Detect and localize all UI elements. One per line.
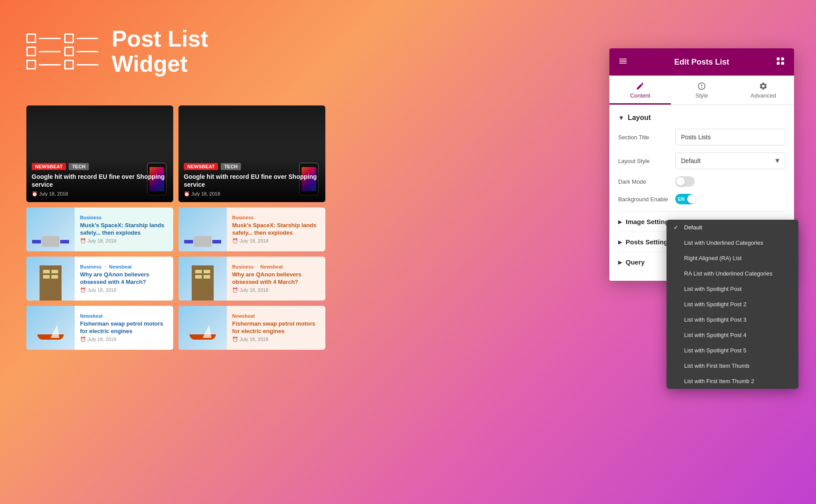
thumb-5 [26,306,75,350]
page-title: Post List Widget [112,26,208,76]
section-title-input[interactable] [675,129,785,145]
dark-mode-toggle[interactable] [675,176,695,187]
list-title-2: Musk's SpaceX: Starship lands safely... … [232,222,320,237]
thumb-4 [178,257,227,301]
thumb-6 [178,306,227,350]
edit-panel: Edit Posts List Content Style Advanced ▼… [609,48,794,281]
logo-line-4 [76,51,98,52]
toggle-en-label: EN [675,194,686,204]
section-title-label: Section Title [618,134,675,141]
dropdown-item-first-thumb2[interactable]: List with First Item Thumb 2 [667,373,798,389]
background-enable-field-row: Background Enable EN [618,194,785,204]
list-card-4: Business · Newsbeat Why are QAnon believ… [178,257,325,301]
cat-label-4: Business · Newsbeat [232,264,320,269]
dropdown-item-underlined[interactable]: List with Underlined Categories [667,235,798,250]
toggle-knob-2 [687,195,696,203]
dropdown-item-spotlight[interactable]: List with Spotlight Post [667,281,798,297]
dropdown-item-ra-list[interactable]: Right Aligned (RA) List [667,250,798,266]
cat-label-1: Business [80,215,168,220]
list-title-5: Fisherman swap petrol motors for electri… [80,320,168,335]
list-date-1: ⏰ July 18, 2018 [80,238,168,244]
badge-tech-1: Tech [69,163,89,170]
layout-style-field-row: Layout Style Default ▼ [618,152,785,169]
logo-square-5 [26,60,36,69]
grid-icon[interactable] [776,56,785,68]
badge-newsbeat-2: Newsbeat [184,163,218,170]
tab-advanced[interactable]: Advanced [732,76,794,105]
featured-card-1: Newsbeat Tech Google hit with record EU … [26,105,173,202]
logo-line-2 [76,38,98,39]
logo-square-4 [64,47,74,56]
logo-icon [26,33,98,69]
logo-line-6 [76,64,98,65]
list-date-4: ⏰ July 18, 2018 [232,287,320,293]
logo-square-2 [64,33,74,43]
layout-style-select-wrapper: Default ▼ [675,152,785,169]
dropdown-item-first-thumb[interactable]: List with First Item Thumb [667,358,798,373]
layout-style-select[interactable]: Default [675,152,785,169]
panel-tabs: Content Style Advanced [609,76,794,105]
hamburger-icon[interactable] [618,56,628,68]
logo-square-6 [64,60,74,69]
posts-settings-title: Posts Settings [626,238,671,246]
list-card-1: Business Musk's SpaceX: Starship lands s… [26,207,173,251]
featured-title-2: Google hit with record EU fine over Shop… [184,173,320,189]
dropdown-item-spotlight2[interactable]: List with Spotlight Post 2 [667,297,798,312]
layout-section-header[interactable]: ▼ Layout [618,114,785,122]
dropdown-item-spotlight3[interactable]: List with Spotlight Post 3 [667,312,798,327]
dropdown-item-spotlight4[interactable]: List with Spotlight Post 4 [667,327,798,343]
featured-title-1: Google hit with record EU fine over Shop… [32,173,168,189]
layout-style-dropdown: ✓ Default List with Underlined Categorie… [667,220,798,389]
cat-label-6: Newsbeat [232,313,320,319]
logo-line-3 [39,51,61,52]
layout-style-label: Layout Style [618,158,675,164]
featured-date-1: ⏰ July 18, 2018 [32,191,168,197]
cat-label-3: Business · Newsbeat [80,264,168,269]
background-enable-label: Background Enable [618,196,675,203]
image-settings-chevron-icon: ▶ [618,219,622,225]
badge-newsbeat-1: Newsbeat [32,163,66,170]
list-title-6: Fisherman swap petrol motors for electri… [232,320,320,335]
layout-section-title: Layout [628,114,651,122]
image-settings-title: Image Settings [626,218,673,225]
dark-mode-label: Dark Mode [618,178,675,185]
list-title-3: Why are QAnon believers obsessed with 4 … [80,271,168,286]
list-date-6: ⏰ July 18, 2018 [232,337,320,342]
tab-content[interactable]: Content [609,76,671,105]
logo-line-5 [39,64,61,65]
panel-title: Edit Posts List [628,58,776,67]
list-date-3: ⏰ July 18, 2018 [80,287,168,293]
badge-tech-2: Tech [221,163,241,170]
list-date-2: ⏰ July 18, 2018 [232,238,320,244]
header-area: Post List Widget [26,26,208,76]
thumb-2 [178,207,227,251]
list-date-5: ⏰ July 18, 2018 [80,337,168,342]
list-card-2: Business Musk's SpaceX: Starship lands s… [178,207,325,251]
query-chevron-icon: ▶ [618,259,622,265]
dropdown-item-ra-list-underlined[interactable]: RA List with Underlined Categories [667,266,798,281]
list-title-4: Why are QAnon believers obsessed with 4 … [232,271,320,286]
logo-square-1 [26,33,36,43]
layout-chevron-icon: ▼ [618,114,624,121]
featured-date-2: ⏰ July 18, 2018 [184,191,320,197]
cat-label-5: Newsbeat [80,313,168,319]
thumb-1 [26,207,75,251]
dropdown-item-spotlight5[interactable]: List with Spotlight Post 5 [667,343,798,358]
tab-style[interactable]: Style [671,76,732,105]
preview-area: Newsbeat Tech Google hit with record EU … [26,105,325,350]
list-title-1: Musk's SpaceX: Starship lands safely... … [80,222,168,237]
featured-card-2: Newsbeat Tech Google hit with record EU … [178,105,325,202]
logo-line-1 [39,38,61,39]
dark-mode-field-row: Dark Mode [618,176,785,187]
toggle-knob [676,177,685,186]
list-card-5: Newsbeat Fisherman swap petrol motors fo… [26,306,173,350]
check-icon: ✓ [674,224,681,231]
list-card-3: Business · Newsbeat Why are QAnon believ… [26,257,173,301]
posts-settings-chevron-icon: ▶ [618,239,622,245]
background-enable-toggle[interactable]: EN [675,194,695,204]
thumb-3 [26,257,75,301]
query-title: Query [626,258,645,266]
dropdown-item-default[interactable]: ✓ Default [667,220,798,235]
list-card-6: Newsbeat Fisherman swap petrol motors fo… [178,306,325,350]
section-title-field-row: Section Title [618,129,785,145]
